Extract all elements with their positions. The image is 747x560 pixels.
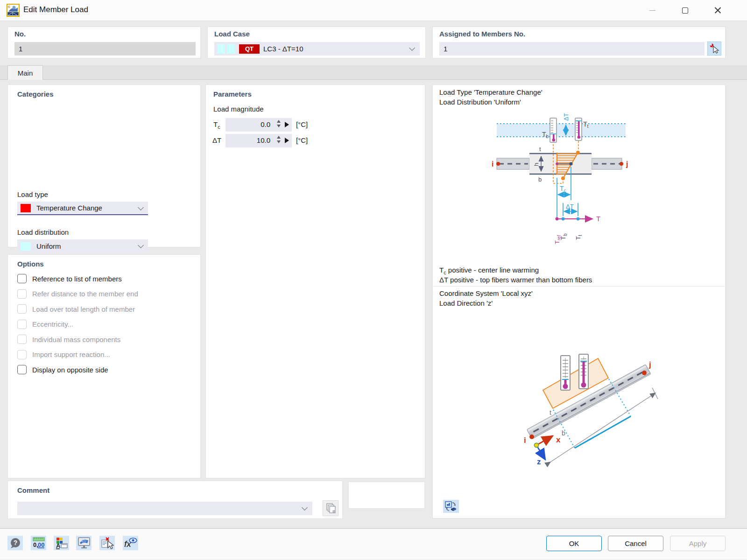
option-label: Eccentricity... xyxy=(32,320,73,328)
svg-text:00: 00 xyxy=(38,541,44,548)
option-import-support-reaction: Import support reaction... xyxy=(17,349,194,360)
ok-button[interactable]: OK xyxy=(546,536,602,551)
tab-main[interactable]: Main xyxy=(7,65,43,80)
checkbox-icon xyxy=(17,335,27,344)
dt-value: 10.0 xyxy=(257,136,270,144)
thermometer-3d-left xyxy=(561,356,570,390)
load-case-color-swatch-2 xyxy=(227,44,235,54)
pick-objects-button[interactable] xyxy=(99,536,115,550)
dt-unit: [°C] xyxy=(296,136,308,144)
formula-visibility-icon: fx xyxy=(124,537,138,549)
help-button[interactable]: ? xyxy=(7,536,23,550)
load-distribution-dropdown[interactable]: Uniform xyxy=(17,239,148,253)
document-cursor-delete-icon xyxy=(101,537,114,549)
assigned-label: Assigned to Members No. xyxy=(439,30,525,38)
svg-text:b: b xyxy=(538,176,542,183)
chevron-down-icon xyxy=(409,45,415,51)
copy-comment-button[interactable] xyxy=(323,500,338,516)
tc-spinner[interactable] xyxy=(277,120,281,127)
svg-text:i: i xyxy=(492,160,493,168)
comment-combobox[interactable] xyxy=(17,502,312,515)
panel-divider xyxy=(433,286,725,287)
option-individual-mass: Individual mass components xyxy=(17,334,194,345)
thermometer-tt xyxy=(575,118,582,140)
load-case-groupbox: Load Case QT LC3 - ΔT=10 xyxy=(207,27,426,58)
dt-spinner[interactable] xyxy=(277,136,281,143)
monitor-mesh-icon xyxy=(78,537,91,549)
assigned-input[interactable]: 1 xyxy=(439,42,705,56)
close-button[interactable] xyxy=(707,0,728,21)
apply-button[interactable]: Apply xyxy=(670,536,726,551)
svg-text:t: t xyxy=(550,409,551,416)
chevron-down-icon xyxy=(138,242,144,248)
help-icon: ? xyxy=(9,537,21,549)
units-button[interactable]: 0, 00 xyxy=(31,536,46,550)
checkbox-icon xyxy=(17,350,27,359)
options-list: Reference to list of members Refer dista… xyxy=(17,273,194,379)
no-label: No. xyxy=(14,30,26,38)
svg-text:T: T xyxy=(596,215,600,223)
load-case-select[interactable]: QT LC3 - ΔT=10 xyxy=(214,42,420,56)
load-case-value: LC3 - ΔT=10 xyxy=(263,45,303,53)
info-load-direction: Load Direction 'z' xyxy=(439,299,493,307)
no-groupbox: No. 1 xyxy=(7,27,201,58)
svg-text:fx: fx xyxy=(124,539,132,549)
svg-text:z: z xyxy=(537,457,541,466)
checkbox-icon[interactable] xyxy=(17,274,27,283)
svg-text:Tt: Tt xyxy=(575,235,583,240)
checkbox-icon[interactable] xyxy=(17,365,27,374)
spin-up-icon[interactable] xyxy=(277,136,281,139)
display-properties-button[interactable]: A xyxy=(54,536,69,550)
checkbox-icon xyxy=(17,304,27,314)
spin-up-icon[interactable] xyxy=(277,120,281,123)
minimize-button[interactable] xyxy=(641,0,663,21)
svg-text:Tt: Tt xyxy=(583,120,589,129)
option-eccentricity: Eccentricity... xyxy=(17,319,194,330)
load-type-dropdown[interactable]: Temperature Change xyxy=(17,202,148,215)
view-2d3d-toggle-icon xyxy=(445,501,457,511)
select-members-button[interactable] xyxy=(707,42,721,56)
dt-input[interactable]: 10.0 xyxy=(226,134,292,147)
maximize-button[interactable] xyxy=(674,0,696,21)
thermometer-tb xyxy=(550,118,557,142)
option-reference-to-list[interactable]: Reference to list of members xyxy=(17,273,194,284)
svg-text:Tb: Tb xyxy=(560,233,568,240)
tc-unit: [°C] xyxy=(296,120,308,128)
option-load-over-total-length: Load over total length of member xyxy=(17,303,194,315)
option-label: Load over total length of member xyxy=(32,305,135,313)
temperature-diagram: ΔT Tb Tt xyxy=(433,108,726,257)
formula-button[interactable]: fx xyxy=(123,536,138,550)
svg-text:b: b xyxy=(562,429,565,437)
info-panel: Load Type 'Temperature Change' Load Dist… xyxy=(432,84,726,518)
spin-down-icon[interactable] xyxy=(277,140,281,143)
option-display-opposite-side[interactable]: Display on opposite side xyxy=(17,364,194,375)
comment-groupbox: Comment xyxy=(7,481,343,519)
info-coordinate-system: Coordinate System 'Local xyz' xyxy=(439,289,533,297)
spin-down-icon[interactable] xyxy=(277,125,281,127)
rendering-button[interactable] xyxy=(76,536,92,550)
svg-text:?: ? xyxy=(13,539,17,546)
svg-text:j: j xyxy=(648,360,651,369)
categories-title: Categories xyxy=(17,90,54,98)
cancel-button[interactable]: Cancel xyxy=(608,536,663,551)
view-toggle-button[interactable] xyxy=(443,500,459,513)
pick-cursor-icon xyxy=(709,43,719,54)
load-distribution-value: Uniform xyxy=(36,242,61,250)
load-magnitude-label: Load magnitude xyxy=(213,105,264,113)
dt-detail-arrow-icon[interactable] xyxy=(285,138,289,143)
member-3d-diagram: i j x z t b xyxy=(433,321,726,475)
display-properties-icon: A xyxy=(55,537,68,549)
tc-detail-arrow-icon[interactable] xyxy=(285,122,289,127)
app-icon: 6 xyxy=(7,4,20,17)
tc-input[interactable]: 0.0 xyxy=(226,118,292,132)
load-distribution-color-swatch xyxy=(21,242,31,251)
dt-symbol: ΔT xyxy=(212,136,221,146)
svg-text:6: 6 xyxy=(8,5,10,9)
svg-text:ΔT: ΔT xyxy=(566,203,574,210)
tc-value: 0.0 xyxy=(261,120,270,128)
load-distribution-label: Load distribution xyxy=(17,228,69,236)
no-input: 1 xyxy=(14,42,196,56)
comment-title: Comment xyxy=(17,486,49,494)
load-case-label: Load Case xyxy=(214,30,250,38)
minimize-icon xyxy=(649,10,655,11)
